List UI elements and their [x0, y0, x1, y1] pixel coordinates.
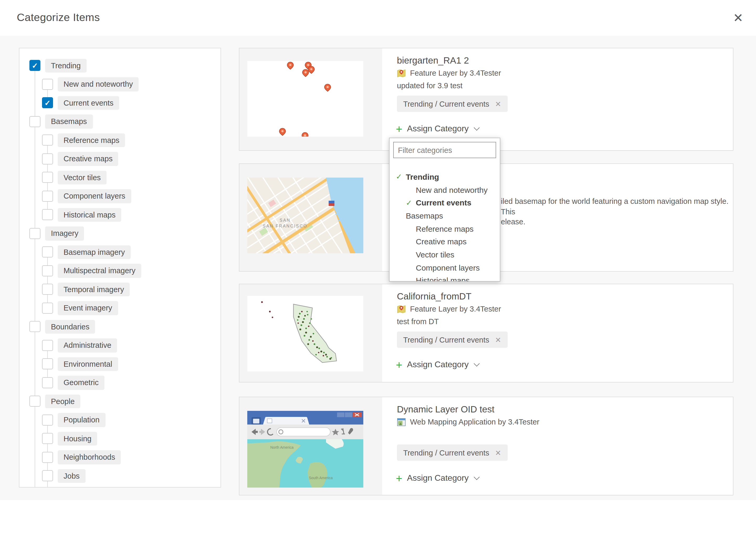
tree-row: ✓ Jobs: [20, 466, 220, 485]
tree-row: ✓ Basemaps: [20, 112, 220, 131]
dropdown-option[interactable]: ✓ Component layers: [390, 261, 500, 274]
assign-category-button[interactable]: + Assign Category: [396, 358, 479, 371]
category-label[interactable]: Housing: [58, 432, 97, 446]
tree-row: ✓ Vector tiles: [20, 168, 220, 187]
category-label[interactable]: Basemap imagery: [58, 245, 131, 259]
category-checkbox[interactable]: ✓: [42, 191, 53, 202]
category-checkbox[interactable]: ✓: [42, 470, 53, 482]
category-label[interactable]: New and noteworthy: [58, 77, 139, 91]
description-line-1: iled basemap for the world featuring a c…: [501, 196, 733, 217]
category-checkbox[interactable]: ✓: [29, 396, 40, 407]
tree-row: ✓ Boundaries: [20, 317, 220, 336]
category-checkbox[interactable]: ✓: [29, 228, 40, 239]
category-label[interactable]: Basemaps: [45, 115, 93, 129]
category-label[interactable]: People: [45, 394, 80, 408]
category-checkbox[interactable]: ✓: [42, 284, 53, 295]
close-icon[interactable]: ✕: [731, 11, 745, 25]
item-thumbnail-points-map: [247, 61, 363, 136]
category-checkbox[interactable]: ✓: [42, 153, 53, 164]
dropdown-option[interactable]: ✓ Historical maps: [390, 274, 500, 282]
assign-category-dropdown: ✓ Trending ✓ New and noteworthy ✓ Curren…: [389, 138, 500, 282]
category-label[interactable]: Vector tiles: [58, 171, 107, 185]
category-checkbox[interactable]: ✓: [42, 79, 53, 90]
category-checkbox[interactable]: ✓: [29, 321, 40, 332]
category-label[interactable]: Historical maps: [58, 208, 121, 222]
category-checkbox[interactable]: ✓: [42, 377, 53, 388]
category-label[interactable]: Boundaries: [45, 320, 95, 334]
category-checkbox[interactable]: ✓: [42, 358, 53, 370]
dropdown-option[interactable]: ✓ Basemaps: [390, 209, 500, 222]
category-checkbox[interactable]: ✓: [29, 60, 40, 71]
category-label[interactable]: Neighborhoods: [58, 450, 121, 464]
item-card-biergarten: biergarten_RA1 2 Feature Layer by 3.4Tes…: [239, 48, 733, 151]
filter-categories-input[interactable]: [393, 142, 496, 158]
category-label[interactable]: Current events: [58, 96, 119, 110]
category-checkbox[interactable]: ✓: [42, 452, 53, 463]
category-tag-label: Trending / Current events: [403, 100, 489, 108]
assign-category-button[interactable]: + Assign Category: [396, 471, 479, 485]
map-label-south-america: South America: [309, 476, 333, 480]
category-checkbox[interactable]: ✓: [42, 340, 53, 351]
plus-icon: +: [396, 359, 402, 370]
dropdown-options: ✓ Trending ✓ New and noteworthy ✓ Curren…: [390, 170, 500, 282]
tree-row: ✓ Geometric: [20, 373, 220, 392]
assign-category-button[interactable]: + Assign Category: [396, 122, 479, 135]
tree-row: ✓ Environmental: [20, 355, 220, 373]
dropdown-option[interactable]: ✓ Trending: [390, 170, 500, 183]
dropdown-option-label: Vector tiles: [416, 250, 454, 259]
option-check-icon: ✓: [396, 173, 406, 181]
tree-cutoff-stub: [20, 485, 220, 488]
category-checkbox[interactable]: ✓: [42, 303, 53, 314]
category-label[interactable]: Multispectral imagery: [58, 264, 141, 278]
category-label[interactable]: Geometric: [58, 376, 105, 390]
dropdown-option[interactable]: ✓ Reference maps: [390, 222, 500, 235]
category-label[interactable]: Event imagery: [58, 301, 118, 315]
tree-row: ✓ Neighborhoods: [20, 448, 220, 466]
dropdown-option-label: Historical maps: [416, 276, 470, 282]
dropdown-option[interactable]: ✓ New and noteworthy: [390, 183, 500, 196]
item-thumbnail-california: [247, 296, 363, 371]
category-checkbox[interactable]: ✓: [42, 433, 53, 444]
category-label[interactable]: Jobs: [58, 469, 85, 483]
item-title: Dynamic Layer OID test: [397, 404, 495, 415]
category-checkbox[interactable]: ✓: [42, 247, 53, 258]
tag-remove-icon[interactable]: ✕: [495, 100, 501, 108]
category-checkbox[interactable]: ✓: [42, 209, 53, 220]
dropdown-option[interactable]: ✓ Creative maps: [390, 235, 500, 248]
category-label[interactable]: Creative maps: [58, 152, 118, 166]
tag-remove-icon[interactable]: ✕: [495, 449, 501, 457]
dropdown-option[interactable]: ✓ Current events: [390, 196, 500, 209]
category-checkbox[interactable]: ✓: [42, 265, 53, 276]
tree-row: ✓ Population: [20, 410, 220, 429]
category-checkbox[interactable]: ✓: [42, 172, 53, 183]
dropdown-option[interactable]: ✓ Vector tiles: [390, 248, 500, 261]
category-label[interactable]: Component layers: [58, 189, 131, 203]
category-label[interactable]: Environmental: [58, 357, 118, 371]
checkbox-check-icon: ✓: [30, 61, 40, 71]
category-label[interactable]: Temporal imagery: [58, 282, 130, 296]
category-checkbox[interactable]: ✓: [42, 414, 53, 426]
category-label[interactable]: Population: [58, 413, 105, 427]
category-checkbox[interactable]: ✓: [29, 116, 40, 127]
category-tree: ✓ Trending ✓ New and noteworthy ✓ Curren…: [20, 48, 220, 485]
category-label[interactable]: Trending: [45, 59, 86, 73]
category-label[interactable]: Administrative: [58, 338, 117, 352]
category-label[interactable]: Imagery: [45, 227, 84, 241]
tree-row: ✓ Reference maps: [20, 131, 220, 149]
dialog-footer: Save Cancel: [0, 500, 756, 538]
category-tag: Trending / Current events ✕: [397, 445, 507, 461]
tree-row: ✓ Administrative: [20, 336, 220, 355]
tag-remove-icon[interactable]: ✕: [495, 336, 501, 344]
category-checkbox[interactable]: ✓: [42, 97, 53, 108]
feature-layer-icon: [397, 304, 406, 313]
category-tree-panel: ✓ Trending ✓ New and noteworthy ✓ Curren…: [19, 48, 221, 488]
item-meta: Feature Layer by 3.4Tester: [397, 304, 501, 314]
tree-row: ✓ Event imagery: [20, 299, 220, 317]
category-tag-label: Trending / Current events: [403, 336, 489, 344]
category-checkbox[interactable]: ✓: [42, 135, 53, 146]
category-tag: Trending / Current events ✕: [397, 332, 507, 348]
tree-row: ✓ Multispectral imagery: [20, 261, 220, 280]
tree-row: ✓ Historical maps: [20, 205, 220, 224]
category-label[interactable]: Reference maps: [58, 133, 125, 147]
dropdown-option-label: Trending: [406, 172, 439, 181]
